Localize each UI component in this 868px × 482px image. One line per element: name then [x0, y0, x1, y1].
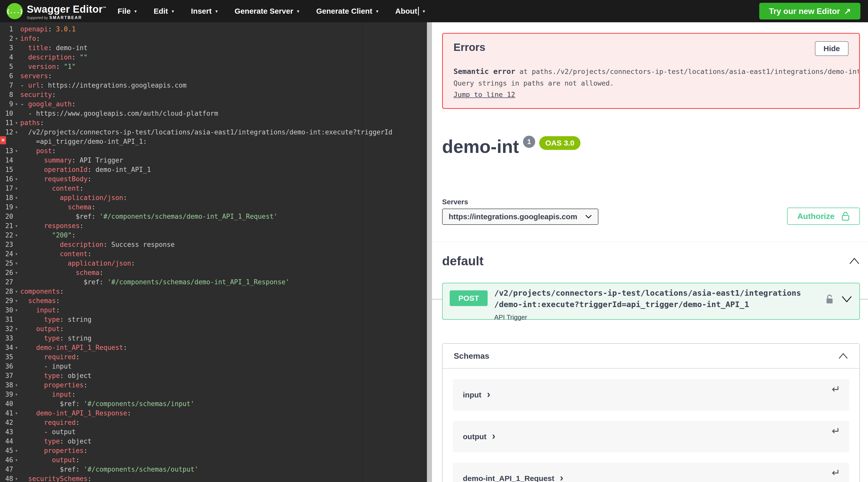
- code-line[interactable]: 5 version: "1": [0, 62, 427, 72]
- menu-item-insert[interactable]: Insert▼: [191, 7, 219, 16]
- code-line[interactable]: 22▾ "200":: [0, 231, 427, 240]
- fold-arrow-icon[interactable]: ▾: [13, 455, 20, 465]
- code-line[interactable]: 39▾ input:: [0, 390, 427, 399]
- fold-arrow-icon[interactable]: ▾: [13, 343, 20, 352]
- fold-arrow-icon[interactable]: ▾: [13, 231, 20, 240]
- code-line[interactable]: 37 type: object: [0, 371, 427, 380]
- chevron-down-icon[interactable]: [841, 296, 852, 303]
- operation-post-row[interactable]: POST /v2/projects/connectors-ip-test/loc…: [442, 283, 860, 320]
- code-line[interactable]: 28▾components:: [0, 287, 427, 296]
- code-line[interactable]: 47 $ref: '#/components/schemas/output': [0, 465, 427, 474]
- fold-arrow-icon[interactable]: ▾: [13, 221, 20, 231]
- fold-arrow-icon[interactable]: ▾: [13, 202, 20, 212]
- lock-icon[interactable]: [825, 294, 834, 305]
- expand-toggle-icon[interactable]: ›: [560, 475, 563, 480]
- code-line[interactable]: 48▾ securitySchemes:: [0, 474, 427, 482]
- fold-arrow-icon[interactable]: ▾: [13, 324, 20, 334]
- fold-arrow-icon[interactable]: ▾: [13, 118, 20, 127]
- code-line[interactable]: 16▾ requestBody:: [0, 174, 427, 184]
- code-line[interactable]: 18▾ application/json:: [0, 193, 427, 202]
- fold-arrow-icon[interactable]: ▾: [13, 296, 20, 306]
- fold-arrow-icon[interactable]: ▾: [13, 446, 20, 455]
- code-line[interactable]: 21▾ responses:: [0, 221, 427, 231]
- menu-item-about[interactable]: About▼: [395, 7, 426, 16]
- code-line[interactable]: 26▾ schema:: [0, 268, 427, 278]
- fold-arrow-icon[interactable]: ▾: [13, 287, 20, 296]
- model-row-input[interactable]: input›↵: [453, 379, 849, 410]
- code-line[interactable]: 34▾ demo-int_API_1_Request:: [0, 343, 427, 352]
- fold-arrow-icon[interactable]: ▾: [13, 390, 20, 399]
- code-line[interactable]: 11▾paths:: [0, 118, 427, 127]
- code-line[interactable]: 25▾ application/json:: [0, 259, 427, 268]
- code-line[interactable]: 1openapi: 3.0.1: [0, 25, 427, 34]
- code-line[interactable]: 30▾ input:: [0, 306, 427, 315]
- expand-toggle-icon[interactable]: ›: [492, 433, 495, 438]
- code-line[interactable]: 4 description: "": [0, 53, 427, 62]
- menu-item-edit[interactable]: Edit▼: [154, 7, 175, 16]
- code-line[interactable]: 6servers:: [0, 72, 427, 81]
- code-line[interactable]: 31 type: string: [0, 315, 427, 324]
- code-line[interactable]: 42 required:: [0, 418, 427, 427]
- fold-arrow-icon[interactable]: ▾: [13, 268, 20, 278]
- code-line[interactable]: 8security:: [0, 90, 427, 100]
- code-line[interactable]: 40 $ref: '#/components/schemas/input': [0, 399, 427, 408]
- code-line[interactable]: 2▾info:: [0, 34, 427, 43]
- code-line[interactable]: 35 required:: [0, 352, 427, 362]
- try-new-editor-button[interactable]: Try our new Editor ↗: [759, 3, 860, 20]
- menu-item-generate-client[interactable]: Generate Client▼: [316, 7, 379, 16]
- code-line[interactable]: 23 description: Success response: [0, 240, 427, 249]
- code-line[interactable]: 12▾ /v2/projects/connectors-ip-test/loca…: [0, 127, 427, 137]
- jump-to-line-link[interactable]: Jump to line 12: [454, 91, 515, 98]
- fold-arrow-icon[interactable]: ▾: [13, 127, 20, 137]
- fold-arrow-icon[interactable]: ▾: [13, 193, 20, 202]
- fold-arrow-icon[interactable]: ▾: [13, 306, 20, 315]
- fold-arrow-icon[interactable]: ▾: [13, 174, 20, 184]
- code-line[interactable]: 24▾ content:: [0, 249, 427, 259]
- model-row-demo-int_api_1_request[interactable]: demo-int_API_1_Request›↵: [453, 463, 849, 482]
- code-line[interactable]: 9▾- google_auth:: [0, 100, 427, 109]
- code-line[interactable]: 46▾ output:: [0, 455, 427, 465]
- fold-arrow-icon[interactable]: ▾: [13, 249, 20, 259]
- tag-section-default[interactable]: default: [442, 254, 860, 268]
- expand-toggle-icon[interactable]: ›: [487, 392, 490, 397]
- model-row-output[interactable]: output›↵: [453, 421, 849, 452]
- fold-arrow-icon[interactable]: ▾: [13, 100, 20, 109]
- schemas-header[interactable]: Schemas: [443, 344, 859, 369]
- code-line[interactable]: 13▾ post:: [0, 146, 427, 156]
- code-line[interactable]: 3 title: demo-int: [0, 43, 427, 53]
- fold-arrow-icon[interactable]: ▾: [13, 184, 20, 193]
- chevron-up-icon[interactable]: [849, 257, 860, 264]
- code-line[interactable]: 15 operationId: demo-int_API_1: [0, 165, 427, 174]
- fold-arrow-icon[interactable]: ▾: [13, 408, 20, 418]
- chevron-up-icon[interactable]: [838, 352, 848, 359]
- server-select[interactable]: https://integrations.googleapis.com: [442, 208, 598, 225]
- fold-arrow-icon[interactable]: ▾: [13, 380, 20, 390]
- swagger-logo-icon[interactable]: {...}: [7, 3, 23, 19]
- hide-errors-button[interactable]: Hide: [815, 41, 848, 56]
- fold-arrow-icon[interactable]: ▾: [13, 34, 20, 43]
- code-line[interactable]: 19▾ schema:: [0, 202, 427, 212]
- code-line[interactable]: 36 - input: [0, 362, 427, 371]
- pane-splitter[interactable]: [427, 22, 432, 482]
- code-line[interactable]: 20 $ref: '#/components/schemas/demo-int_…: [0, 212, 427, 221]
- authorize-button[interactable]: Authorize: [787, 207, 860, 225]
- yaml-code-editor[interactable]: 1openapi: 3.0.12▾info:3 title: demo-int4…: [0, 22, 427, 482]
- code-line[interactable]: 45▾ properties:: [0, 446, 427, 455]
- code-line[interactable]: 33 type: string: [0, 334, 427, 343]
- menu-item-file[interactable]: File▼: [118, 7, 137, 16]
- code-line[interactable]: 44 type: object: [0, 437, 427, 446]
- fold-arrow-icon[interactable]: ▾: [13, 146, 20, 156]
- code-line[interactable]: 29▾ schemas:: [0, 296, 427, 306]
- code-line[interactable]: 41▾ demo-int_API_1_Response:: [0, 408, 427, 418]
- code-line[interactable]: =api_trigger/demo-int_API_1:: [0, 137, 427, 146]
- code-line[interactable]: 17▾ content:: [0, 184, 427, 193]
- code-line[interactable]: 38▾ properties:: [0, 380, 427, 390]
- code-line[interactable]: 7- url: https://integrations.googleapis.…: [0, 81, 427, 90]
- fold-arrow-icon[interactable]: ▾: [13, 259, 20, 268]
- code-line[interactable]: 27 $ref: '#/components/schemas/demo-int_…: [0, 278, 427, 287]
- code-line[interactable]: 10 - https://www.googleapis.com/auth/clo…: [0, 109, 427, 118]
- code-line[interactable]: 32▾ output:: [0, 324, 427, 334]
- menu-item-generate-server[interactable]: Generate Server▼: [235, 7, 300, 16]
- code-line[interactable]: 14 summary: API Trigger: [0, 156, 427, 165]
- fold-arrow-icon[interactable]: ▾: [13, 474, 20, 482]
